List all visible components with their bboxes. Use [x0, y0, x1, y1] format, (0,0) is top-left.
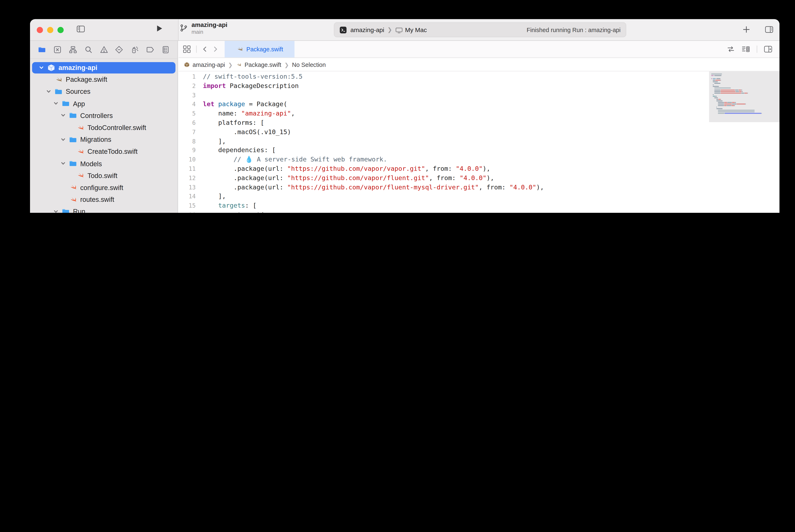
code-line[interactable]: 2import PackageDescription	[179, 81, 670, 91]
tree-item-label: Sources	[66, 88, 91, 96]
tree-item-todocontroller-swift[interactable]: TodoController.swift	[30, 121, 178, 134]
tree-item-routes-swift[interactable]: routes.swift	[30, 193, 178, 206]
screen: amazing-api main amazing-api ❯ My Mac Fi…	[0, 0, 795, 213]
line-number-gutter[interactable]: 10	[179, 155, 196, 164]
inspector-toggle-icon[interactable]	[765, 25, 773, 34]
disclosure-chevron-icon[interactable]	[39, 65, 44, 70]
line-number-gutter[interactable]: 4	[179, 100, 196, 109]
line-number-gutter[interactable]: 11	[179, 165, 196, 174]
line-number-gutter[interactable]: 2	[179, 81, 196, 91]
sidebar-toggle-icon[interactable]	[77, 25, 85, 33]
line-number-gutter[interactable]: 3	[179, 91, 196, 100]
tree-item-label: amazing-api	[59, 64, 97, 72]
code-line[interactable]: 9 dependencies: [	[179, 146, 670, 155]
tree-item-models[interactable]: Models	[30, 157, 178, 170]
test-navigator-tab[interactable]	[114, 45, 124, 54]
plus-icon[interactable]	[742, 25, 751, 34]
line-number-gutter[interactable]: 12	[179, 174, 196, 183]
swift-file-icon	[69, 184, 77, 192]
tree-item-createtodo-swift[interactable]: CreateTodo.swift	[30, 146, 178, 157]
code-line[interactable]: 3	[179, 91, 670, 100]
tab-package-swift[interactable]: Package.swift	[225, 41, 295, 58]
folder-icon	[62, 99, 70, 108]
tab-bar-right-controls	[727, 45, 779, 53]
run-play-icon[interactable]	[155, 24, 164, 33]
code-line[interactable]: 4let package = Package(	[179, 100, 670, 109]
related-items-icon[interactable]	[183, 45, 191, 53]
symbol-navigator-tab[interactable]	[68, 45, 77, 54]
breadcrumb-project[interactable]: amazing-api	[184, 61, 225, 68]
scheme-selector[interactable]: amazing-api	[351, 26, 384, 33]
code-review-icon[interactable]	[727, 45, 735, 53]
search-navigator-tab[interactable]	[84, 45, 93, 54]
line-number-gutter[interactable]: 15	[179, 202, 196, 210]
line-number-gutter[interactable]: 9	[179, 146, 196, 155]
tree-item-todo-swift[interactable]: Todo.swift	[30, 170, 178, 182]
code-line[interactable]: 5 name: "amazing-api",	[179, 109, 670, 118]
source-editor[interactable]: 1// swift-tools-version:5.52import Packa…	[179, 71, 780, 213]
code-line[interactable]: 7 .macOS(.v10_15)	[179, 128, 670, 137]
tree-item-label: Migrations	[80, 136, 111, 144]
disclosure-chevron-icon[interactable]	[53, 209, 59, 213]
zoom-button[interactable]	[58, 27, 64, 33]
report-navigator-tab[interactable]	[161, 45, 170, 54]
code-line[interactable]: 14 ],	[179, 192, 670, 201]
tree-item-app[interactable]: App	[30, 97, 178, 110]
jump-bar: amazing-api ❯ Package.swift ❯ No Selecti…	[179, 58, 780, 71]
tree-item-amazing-api[interactable]: amazing-api	[30, 62, 178, 74]
go-forward-icon[interactable]	[212, 46, 219, 52]
code-line[interactable]: 8 ],	[179, 137, 670, 146]
code-line[interactable]: 15 targets: [	[179, 202, 670, 210]
disclosure-chevron-icon[interactable]	[61, 113, 66, 118]
disclosure-chevron-icon[interactable]	[61, 137, 66, 142]
tree-item-label: configure.swift	[80, 184, 124, 191]
editor-area: Package.swift amazing-api ❯ Package.sw	[179, 41, 780, 213]
window-proxy[interactable]: amazing-api main	[180, 21, 228, 35]
close-button[interactable]	[37, 27, 43, 33]
editor-options-icon[interactable]	[742, 45, 750, 53]
code-line[interactable]: 13 .package(url: "https://github.com/vap…	[179, 183, 670, 192]
disclosure-chevron-icon[interactable]	[46, 89, 51, 94]
add-editor-icon[interactable]	[764, 45, 772, 53]
tree-item-controllers[interactable]: Controllers	[30, 110, 178, 121]
issue-navigator-tab[interactable]	[99, 45, 109, 54]
line-number-gutter[interactable]: 7	[179, 128, 196, 137]
breakpoint-navigator-tab[interactable]	[146, 45, 155, 54]
line-number-gutter[interactable]: 1	[179, 73, 196, 81]
line-number-gutter[interactable]: 6	[179, 118, 196, 128]
tree-item-package-swift[interactable]: Package.swift	[30, 74, 178, 86]
code-line[interactable]: 6 platforms: [	[179, 118, 670, 128]
line-number-gutter[interactable]: 8	[179, 137, 196, 146]
code-line[interactable]: 11 .package(url: "https://github.com/vap…	[179, 165, 670, 174]
toolbar-sidebar-section	[30, 19, 179, 41]
tree-item-sources[interactable]: Sources	[30, 86, 178, 97]
project-navigator-tab[interactable]	[37, 45, 46, 54]
line-number-gutter[interactable]: 14	[179, 192, 196, 201]
run-destination[interactable]: My Mac	[405, 26, 427, 33]
debug-navigator-tab[interactable]	[130, 45, 139, 54]
disclosure-chevron-icon[interactable]	[53, 101, 59, 106]
code-line[interactable]: 10 // 💧 A server-side Swift web framewor…	[179, 155, 670, 164]
code-line[interactable]: 16 .target(	[179, 210, 670, 213]
tree-item-configure-swift[interactable]: configure.swift	[30, 182, 178, 193]
disclosure-chevron-icon[interactable]	[61, 161, 66, 166]
breadcrumb-file[interactable]: Package.swift	[236, 61, 281, 68]
swift-file-icon	[69, 195, 77, 204]
tree-item-run[interactable]: Run	[30, 206, 178, 213]
swift-gold-icon	[236, 61, 242, 68]
line-number-gutter[interactable]: 13	[179, 183, 196, 192]
folder-icon	[69, 135, 77, 144]
go-back-icon[interactable]	[202, 46, 208, 52]
branch-icon	[180, 24, 188, 32]
code-line[interactable]: 12 .package(url: "https://github.com/vap…	[179, 174, 670, 183]
code-text: .package(url: "https://github.com/vapor/…	[203, 165, 490, 174]
file-tree: amazing-apiPackage.swiftSourcesAppContro…	[30, 62, 178, 213]
line-number-gutter[interactable]: 5	[179, 109, 196, 118]
minimize-button[interactable]	[47, 27, 53, 33]
breadcrumb-selection[interactable]: No Selection	[292, 61, 326, 68]
source-control-navigator-tab[interactable]	[53, 45, 62, 54]
minimap[interactable]	[709, 71, 779, 190]
code-line[interactable]: 1// swift-tools-version:5.5	[179, 73, 670, 81]
line-number-gutter[interactable]: 16	[179, 210, 196, 213]
tree-item-migrations[interactable]: Migrations	[30, 134, 178, 146]
